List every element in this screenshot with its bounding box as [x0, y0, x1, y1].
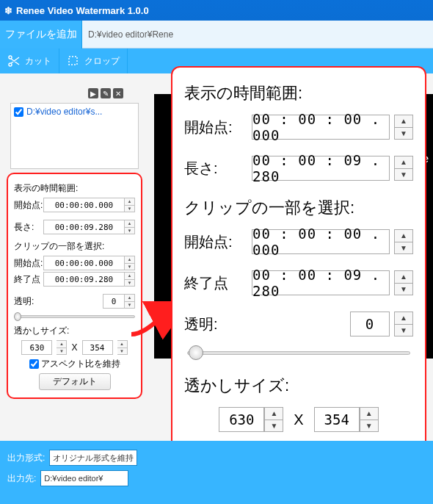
control-close-icon[interactable]: ✕ — [113, 88, 123, 98]
ribbon-crop-label: クロップ — [84, 55, 120, 68]
watermark-settings-panel-large: 表示の時間範囲: 開始点: 00 : 00 : 00 . 000 ▲▼ 長さ: … — [171, 66, 426, 504]
chevron-up-icon[interactable]: ▲ — [125, 220, 134, 228]
height-spinner-lg[interactable]: ▲▼ — [360, 407, 379, 432]
opacity-label-lg: 透明: — [184, 314, 252, 334]
length-value-lg: 00 : 00 : 09 . 280 — [252, 152, 389, 184]
start-value-sm: 00:00:00.000 — [55, 201, 113, 210]
clip-start-value-sm: 00:00:00.000 — [55, 259, 113, 268]
clip-end-spinner-lg[interactable]: ▲▼ — [394, 270, 413, 295]
size-label-lg: 透かしサイズ: — [184, 375, 413, 397]
aspect-checkbox-sm[interactable] — [29, 359, 39, 369]
clip-start-field-sm[interactable]: 00:00:00.000 — [43, 256, 125, 270]
chevron-up-icon[interactable]: ▲ — [125, 198, 134, 206]
clip-start-value-lg: 00 : 00 : 00 . 000 — [252, 226, 389, 258]
file-list: D:¥video editor¥s... — [10, 103, 139, 169]
file-checkbox[interactable] — [14, 107, 23, 117]
aspect-label-sm: アスペクト比を維持 — [41, 358, 120, 370]
slider-track-sm — [14, 315, 135, 318]
width-spinner-lg[interactable]: ▲▼ — [264, 407, 283, 432]
chevron-down-icon[interactable]: ▼ — [360, 420, 378, 432]
file-path-tab[interactable]: D:¥video editor¥Rene — [82, 29, 433, 40]
ribbon-crop[interactable]: クロップ — [59, 48, 128, 73]
chevron-down-icon[interactable]: ▼ — [125, 280, 134, 287]
chevron-up-icon[interactable]: ▲ — [395, 271, 412, 284]
opacity-value-sm[interactable]: 0 — [103, 294, 125, 309]
chevron-down-icon[interactable]: ▼ — [265, 420, 283, 432]
opacity-spinner-sm[interactable]: ▲▼ — [125, 294, 135, 309]
height-field-lg[interactable]: 354 — [314, 407, 360, 432]
chevron-up-icon[interactable]: ▲ — [395, 156, 412, 169]
file-list-item[interactable]: D:¥video editor¥s... — [11, 104, 138, 120]
clip-start-field-lg[interactable]: 00 : 00 : 00 . 000 — [252, 229, 390, 254]
size-sep-lg: X — [294, 411, 303, 428]
chevron-down-icon[interactable]: ▼ — [395, 242, 412, 254]
start-label-lg: 開始点: — [184, 118, 252, 137]
chevron-down-icon[interactable]: ▼ — [117, 348, 127, 355]
control-gear-icon[interactable]: ✎ — [101, 88, 111, 98]
slider-thumb-lg[interactable] — [189, 345, 203, 360]
chevron-down-icon[interactable]: ▼ — [125, 302, 134, 309]
out-path-field[interactable]: D:¥video editor¥ — [40, 470, 128, 486]
chevron-up-icon[interactable]: ▲ — [57, 341, 66, 348]
control-play-icon[interactable]: ▶ — [88, 88, 98, 98]
chevron-up-icon[interactable]: ▲ — [395, 312, 412, 325]
add-file-label: ファイルを追加 — [5, 28, 77, 41]
file-path-text: D:¥video editor¥Rene — [88, 29, 173, 40]
size-label-sm: 透かしサイズ: — [14, 325, 135, 337]
out-format-select[interactable]: オリジナル形式を維持 — [49, 450, 137, 466]
clip-start-spinner-lg[interactable]: ▲▼ — [394, 229, 413, 254]
start-field-lg[interactable]: 00 : 00 : 00 . 000 — [252, 115, 390, 140]
chevron-up-icon[interactable]: ▲ — [125, 256, 134, 264]
opacity-spinner-lg[interactable]: ▲▼ — [394, 312, 413, 336]
chevron-down-icon[interactable]: ▼ — [395, 325, 412, 336]
clip-start-spinner-sm[interactable]: ▲▼ — [125, 256, 135, 270]
ribbon-cut[interactable]: カット — [0, 48, 59, 73]
length-spinner-sm[interactable]: ▲▼ — [125, 220, 135, 234]
chevron-up-icon[interactable]: ▲ — [360, 408, 378, 420]
chevron-down-icon[interactable]: ▼ — [395, 284, 412, 295]
start-field-sm[interactable]: 00:00:00.000 — [43, 198, 125, 212]
app-icon: ❄ — [4, 5, 12, 16]
clip-end-value-lg: 00 : 00 : 09 . 280 — [252, 267, 389, 299]
length-value-sm: 00:00:09.280 — [55, 223, 113, 232]
length-spinner-lg[interactable]: ▲▼ — [394, 156, 413, 181]
slider-thumb-sm[interactable] — [14, 312, 21, 321]
default-button-sm[interactable]: デフォルト — [39, 373, 111, 390]
chevron-up-icon[interactable]: ▲ — [265, 408, 283, 420]
opacity-field-lg[interactable]: 0 — [350, 312, 390, 336]
titlebar: ❄ Renee Video Watermark 1.0.0 — [0, 0, 433, 21]
chevron-up-icon[interactable]: ▲ — [125, 295, 134, 302]
file-tab-row: ファイルを追加 D:¥video editor¥Rene — [0, 21, 433, 48]
chevron-down-icon[interactable]: ▼ — [125, 264, 134, 270]
chevron-up-icon[interactable]: ▲ — [395, 115, 412, 128]
start-spinner-lg[interactable]: ▲▼ — [394, 115, 413, 140]
watermark-settings-panel-small: 表示の時間範囲: 開始点: 00:00:00.000 ▲▼ 長さ: 00:00:… — [7, 173, 142, 399]
length-field-lg[interactable]: 00 : 00 : 09 . 280 — [252, 156, 390, 181]
opacity-slider-sm[interactable] — [14, 312, 135, 322]
length-field-sm[interactable]: 00:00:09.280 — [43, 220, 125, 234]
width-spinner-sm[interactable]: ▲▼ — [57, 340, 67, 355]
chevron-down-icon[interactable]: ▼ — [125, 206, 134, 212]
chevron-down-icon[interactable]: ▼ — [125, 228, 134, 234]
start-spinner-sm[interactable]: ▲▼ — [125, 198, 135, 212]
clip-end-label-sm: 終了点 — [14, 273, 43, 286]
clip-end-spinner-sm[interactable]: ▲▼ — [125, 272, 135, 287]
chevron-down-icon[interactable]: ▼ — [395, 128, 412, 140]
clip-end-field-lg[interactable]: 00 : 00 : 09 . 280 — [252, 270, 390, 295]
height-field-sm[interactable]: 354 — [82, 340, 113, 355]
ribbon-cut-label: カット — [25, 55, 51, 68]
start-value-lg: 00 : 00 : 00 . 000 — [252, 111, 389, 143]
width-field-sm[interactable]: 630 — [21, 340, 52, 355]
width-field-lg[interactable]: 630 — [219, 407, 264, 432]
chevron-up-icon[interactable]: ▲ — [117, 341, 127, 348]
file-item-label: D:¥video editor¥s... — [26, 107, 102, 117]
clip-end-field-sm[interactable]: 00:00:09.280 — [43, 272, 125, 287]
chevron-up-icon[interactable]: ▲ — [125, 273, 134, 280]
length-label-sm: 長さ: — [14, 221, 43, 234]
height-spinner-sm[interactable]: ▲▼ — [117, 340, 128, 355]
add-file-tab[interactable]: ファイルを追加 — [0, 21, 82, 48]
chevron-up-icon[interactable]: ▲ — [395, 230, 412, 242]
chevron-down-icon[interactable]: ▼ — [57, 348, 66, 355]
chevron-down-icon[interactable]: ▼ — [395, 169, 412, 181]
opacity-slider-lg[interactable] — [187, 344, 410, 361]
